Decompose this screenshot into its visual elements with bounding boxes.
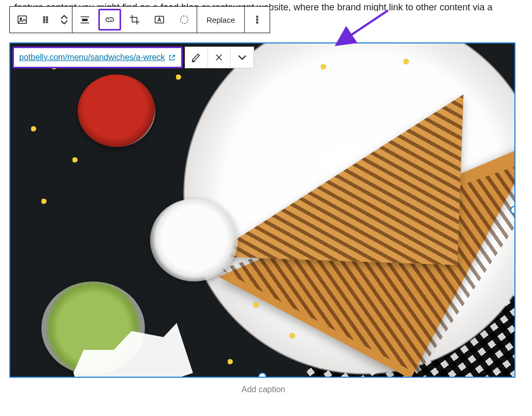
chevron-up-icon	[61, 15, 68, 19]
svg-point-1	[20, 18, 22, 20]
link-url-box[interactable]: potbelly.com/menu/sandwiches/a-wreck	[12, 47, 183, 68]
svg-point-12	[181, 16, 188, 24]
link-popover: potbelly.com/menu/sandwiches/a-wreck	[12, 47, 254, 68]
svg-point-2	[43, 17, 45, 18]
link-settings-button[interactable]	[231, 47, 254, 68]
svg-rect-9	[82, 19, 88, 21]
crop-icon	[129, 14, 140, 25]
resize-handle-right[interactable]	[510, 206, 515, 214]
text-overlay-icon	[154, 14, 165, 25]
svg-point-15	[256, 22, 258, 23]
image-block[interactable]	[9, 42, 515, 378]
svg-point-13	[256, 16, 258, 18]
image-caption-input[interactable]: Add caption	[9, 385, 518, 394]
food-photo	[10, 43, 514, 377]
remove-link-button[interactable]	[208, 47, 231, 68]
svg-rect-0	[18, 16, 27, 24]
svg-point-7	[46, 21, 48, 23]
link-url-text[interactable]: potbelly.com/menu/sandwiches/a-wreck	[19, 53, 165, 62]
image-icon	[17, 14, 28, 25]
crop-button[interactable]	[122, 7, 147, 33]
dotted-circle-icon	[179, 14, 190, 25]
svg-point-3	[46, 17, 48, 18]
link-icon	[104, 14, 115, 25]
align-button[interactable]	[72, 7, 97, 33]
external-link-icon	[168, 54, 176, 62]
svg-point-5	[46, 19, 48, 21]
chevron-down-icon	[238, 55, 246, 60]
move-up-down-button[interactable]	[56, 7, 72, 33]
block-type-image-button[interactable]	[10, 7, 35, 33]
duotone-button[interactable]	[172, 7, 197, 33]
pencil-icon	[190, 52, 202, 63]
edit-link-button[interactable]	[185, 47, 208, 68]
text-overlay-button[interactable]	[147, 7, 172, 33]
drag-handle-button[interactable]	[35, 7, 56, 33]
svg-point-6	[43, 21, 45, 23]
kebab-icon	[252, 14, 263, 25]
resize-handle-bottom[interactable]	[258, 373, 267, 378]
svg-point-4	[43, 19, 45, 21]
more-options-button[interactable]	[245, 7, 270, 33]
svg-point-14	[256, 19, 258, 20]
close-icon	[213, 52, 225, 63]
chevron-down-icon	[61, 20, 68, 24]
insert-link-button[interactable]	[98, 9, 121, 31]
drag-icon	[40, 14, 51, 25]
block-toolbar: Replace	[9, 6, 270, 33]
align-icon	[79, 14, 91, 25]
replace-button[interactable]: Replace	[197, 7, 244, 33]
